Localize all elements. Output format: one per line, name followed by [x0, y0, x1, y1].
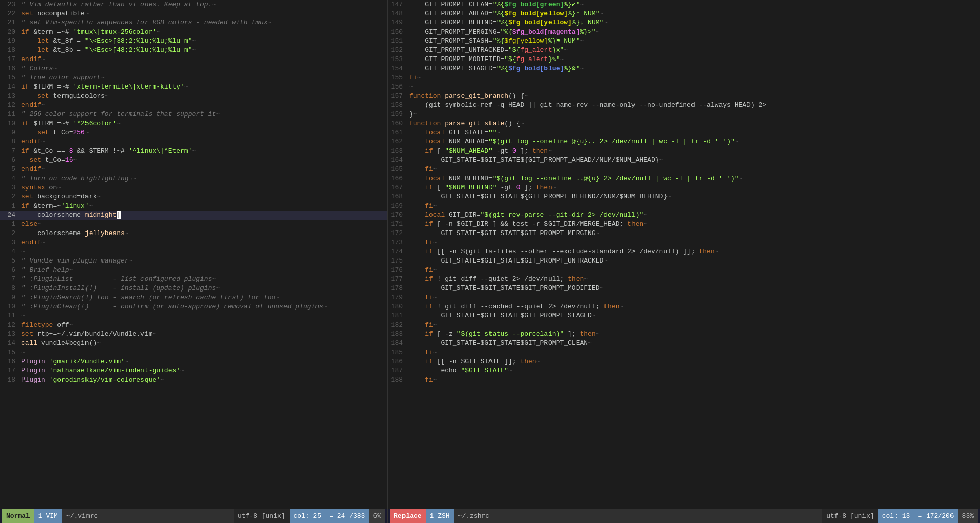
table-row: 19 let &t_8f = "\<Esc>[38;2;%lu;%lu;%lu … [0, 37, 387, 46]
table-row: 149 GIT_PROMPT_BEHIND="%{$fg_bold[yellow… [388, 18, 980, 27]
table-row: 7if &t_Co == 8 && $TERM !~# '^linux\|^Et… [0, 147, 387, 156]
table-row: 179 fi~ [388, 293, 980, 302]
table-row: 11~ [0, 311, 387, 321]
table-row: 22set nocompatible~ [0, 9, 387, 18]
table-row: 184 GIT_STATE=$GIT_STATE$GIT_PROMPT_CLEA… [388, 339, 980, 348]
table-row: 13set rtp+=~/.vim/bundle/Vundle.vim~ [0, 330, 387, 339]
table-row: 9" :PluginSearch(!) foo - search (or ref… [0, 293, 387, 302]
left-percent: 6% [369, 509, 385, 523]
editor-container: 23" Vim defaults rather than vi ones. Ke… [0, 0, 980, 523]
left-col: col: 25 [290, 509, 326, 523]
table-row: 18Plugin 'gorodinskiy/vim-coloresque'~ [0, 375, 387, 385]
table-row: 5endif~ [0, 165, 387, 174]
table-row: 158 (git symbolic-ref -q HEAD || git nam… [388, 101, 980, 110]
table-row: 4~ [0, 247, 387, 256]
table-row: 172 GIT_STATE=$GIT_STATE$GIT_PROMPT_MERG… [388, 229, 980, 238]
table-row: 17endif~ [0, 55, 387, 64]
table-row: 151 GIT_PROMPT_STASH="%{$fg[yellow]%}⚑ N… [388, 37, 980, 46]
table-row: 4" Turn on code highlighting¬~ [0, 174, 387, 183]
table-row: 14call vundle#begin()~ [0, 339, 387, 348]
left-encoding: utf-8 [unix] [234, 509, 290, 523]
table-row: 164 GIT_STATE=$GIT_STATE${GIT_PROMPT_AHE… [388, 156, 980, 165]
table-row: 156~ [388, 82, 980, 92]
table-row: 170 local GIT_DIR="$(git rev-parse --git… [388, 211, 980, 220]
table-row: 175 GIT_STATE=$GIT_STATE$GIT_PROMPT_UNTR… [388, 256, 980, 266]
table-row: 171 if [ -n $GIT_DIR ] && test -r $GIT_D… [388, 220, 980, 229]
table-row: 147 GIT_PROMPT_CLEAN="%{$fg_bold[green]%… [388, 0, 980, 9]
table-row: 2 colorscheme jellybeans~ [0, 229, 387, 238]
table-row: 23" Vim defaults rather than vi ones. Ke… [0, 0, 387, 9]
left-code-area[interactable]: 23" Vim defaults rather than vi ones. Ke… [0, 0, 387, 509]
right-position: = 172/206 [914, 509, 958, 523]
table-row: 173 fi~ [388, 238, 980, 247]
table-row: 5" Vundle vim plugin manager~ [0, 256, 387, 266]
table-row: 152 GIT_PROMPT_UNTRACKED="${fg_alert}x"~ [388, 46, 980, 55]
right-percent: 83% [958, 509, 978, 523]
right-statusbar: Replace 1 ZSH ~/.zshrc utf-8 [unix] col:… [388, 509, 980, 523]
table-row: 1else~ [0, 220, 387, 229]
table-row: 186 if [[ -n $GIT_STATE ]]; then~ [388, 357, 980, 366]
right-filetype: 1 ZSH [426, 509, 454, 523]
right-col: col: 13 [878, 509, 914, 523]
table-row: 188 fi~ [388, 375, 980, 385]
right-pane: 147 GIT_PROMPT_CLEAN="%{$fg_bold[green]%… [388, 0, 980, 523]
table-row: 7" :PluginList - list configured plugins… [0, 275, 387, 284]
left-filetype: 1 VIM [34, 509, 62, 523]
left-statusbar: Normal 1 VIM ~/.vimrc utf-8 [unix] col: … [0, 509, 387, 523]
table-row: 161 local GIT_STATE=""~ [388, 128, 980, 137]
table-row: 178 GIT_STATE=$GIT_STATE$GIT_PROMPT_MODI… [388, 284, 980, 293]
table-row: 10if $TERM =~# '*256color'~ [0, 119, 387, 128]
table-row: 174 if [[ -n $(git ls-files --other --ex… [388, 247, 980, 256]
table-row: 167 if [ "$NUM_BEHIND" -gt 0 ]; then~ [388, 183, 980, 192]
table-row: 169 fi~ [388, 201, 980, 211]
table-row: 11" 256 color support for terminals that… [0, 110, 387, 119]
table-row: 181 GIT_STATE=$GIT_STATE$GIT_PROMPT_STAG… [388, 311, 980, 321]
table-row: 9 set t_Co=256~ [0, 128, 387, 137]
table-row: 159}~ [388, 110, 980, 119]
table-row: 18 let &t_8b = "\<Esc>[48;2;%lu;%lu;%lu … [0, 46, 387, 55]
table-row: 153 GIT_PROMPT_MODIFIED="${fg_alert}✎"~ [388, 55, 980, 64]
left-pane: 23" Vim defaults rather than vi ones. Ke… [0, 0, 388, 523]
table-row: 16" Colors~ [0, 64, 387, 73]
table-row: 12filetype off~ [0, 321, 387, 330]
table-row: 20if &term =~# 'tmux\|tmux-256color'~ [0, 27, 387, 37]
table-row: 13 set termguicolors~ [0, 92, 387, 101]
table-row: 177 if ! git diff --quiet 2> /dev/null; … [388, 275, 980, 284]
table-row: 21" set Vim-specific sequences for RGB c… [0, 18, 387, 27]
table-row: 154 GIT_PROMPT_STAGED="%{$fg_bold[blue]%… [388, 64, 980, 73]
table-row: 17Plugin 'nathanaelkane/vim-indent-guide… [0, 366, 387, 375]
left-filename: ~/.vimrc [62, 509, 234, 523]
table-row: 176 fi~ [388, 266, 980, 275]
right-filename: ~/.zshrc [454, 509, 823, 523]
table-row: 187 echo "$GIT_STATE"~ [388, 366, 980, 375]
left-position: = 24 /383 [325, 509, 369, 523]
table-row: 16Plugin 'gmarik/Vundle.vim'~ [0, 357, 387, 366]
table-row: 165 fi~ [388, 165, 980, 174]
table-row: 163 if [ "$NUM_AHEAD" -gt 0 ]; then~ [388, 147, 980, 156]
table-row: 168 GIT_STATE=$GIT_STATE${GIT_PROMPT_BEH… [388, 192, 980, 201]
table-row: 15~ [0, 348, 387, 357]
table-row: 6" Brief help~ [0, 266, 387, 275]
table-row: 157function parse_git_branch() {~ [388, 92, 980, 101]
table-row: 3syntax on~ [0, 183, 387, 192]
table-row: 15" True color support~ [0, 73, 387, 82]
table-row: 6 set t_Co=16~ [0, 156, 387, 165]
table-row: 180 if ! git diff --cached --quiet 2> /d… [388, 302, 980, 311]
right-code-area[interactable]: 147 GIT_PROMPT_CLEAN="%{$fg_bold[green]%… [388, 0, 980, 509]
right-encoding: utf-8 [unix] [822, 509, 878, 523]
table-row: 162 local NUM_AHEAD="$(git log --oneline… [388, 137, 980, 147]
table-row: 12endif~ [0, 101, 387, 110]
table-row: 1if &term=~'linux'~ [0, 201, 387, 211]
table-row: 8endif~ [0, 137, 387, 147]
table-row: 185 fi~ [388, 348, 980, 357]
table-row: 148 GIT_PROMPT_AHEAD="%{$fg_bold[yellow]… [388, 9, 980, 18]
table-row: 10" :PluginClean(!) - confirm (or auto-a… [0, 302, 387, 311]
table-row: 150 GIT_PROMPT_MERGING="%{$fg_bold[magen… [388, 27, 980, 37]
table-row: 160function parse_git_state() {~ [388, 119, 980, 128]
table-row: 3endif~ [0, 238, 387, 247]
cursor-line: 24 colorscheme midnight| [0, 211, 387, 220]
table-row: 166 local NUM_BEHIND="$(git log --onelin… [388, 174, 980, 183]
table-row: 8" :PluginInstall(!) - install (update) … [0, 284, 387, 293]
table-row: 155fi~ [388, 73, 980, 82]
table-row: 182 fi~ [388, 321, 980, 330]
